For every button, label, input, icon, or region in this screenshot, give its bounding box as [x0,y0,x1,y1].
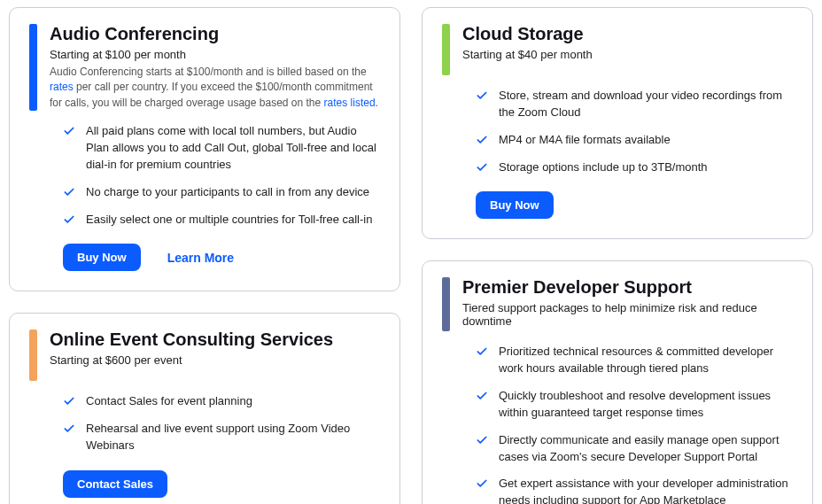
buy-now-button[interactable]: Buy Now [476,191,554,219]
feature-text: Easily select one or multiple countries … [86,213,372,226]
card-header: Cloud Storage Starting at $40 per month [442,24,793,75]
card-actions: Buy Now [476,191,793,219]
card-title: Audio Conferencing [50,24,380,44]
card-header: Online Event Consulting Services Startin… [29,330,380,381]
check-icon [476,89,488,102]
feature-item: Easily select one or multiple countries … [63,212,380,229]
feature-item: No charge to your participants to call i… [63,184,380,201]
check-icon [476,134,488,146]
accent-bar [29,330,37,381]
card-subtitle: Starting at $100 per month [50,48,380,61]
accent-bar [442,277,450,331]
feature-text: Store, stream and download your video re… [499,89,782,119]
check-icon [63,395,75,407]
feature-text: Rehearsal and live event support using Z… [86,422,350,452]
buy-now-button[interactable]: Buy Now [63,244,141,271]
feature-text: Directly communicate and easily manage o… [499,433,779,463]
header-text: Premier Developer Support Tiered support… [462,277,793,331]
feature-list: Prioritized technical resources & commit… [476,344,793,504]
feature-item: MP4 or M4A file formats available [476,132,793,149]
rates-link[interactable]: rates [50,81,74,93]
check-icon [476,345,488,358]
check-icon [476,161,488,174]
card-title: Online Event Consulting Services [50,330,380,350]
feature-item: Contact Sales for event planning [63,393,380,410]
feature-text: Get expert assistance with your develope… [499,477,788,504]
cloud-storage-card: Cloud Storage Starting at $40 per month … [422,7,813,239]
premier-developer-support-card: Premier Developer Support Tiered support… [422,260,813,504]
learn-more-link[interactable]: Learn More [167,251,234,265]
audio-conferencing-card: Audio Conferencing Starting at $100 per … [9,7,400,291]
rates-listed-link[interactable]: rates listed [324,97,376,109]
feature-item: Rehearsal and live event support using Z… [63,421,380,454]
feature-text: Quickly troubleshoot and resolve develop… [499,389,771,419]
right-column: Cloud Storage Starting at $40 per month … [422,7,813,504]
card-subtitle: Starting at $40 per month [462,48,793,61]
header-text: Audio Conferencing Starting at $100 per … [50,24,380,111]
check-icon [63,213,75,226]
contact-sales-button[interactable]: Contact Sales [63,470,167,498]
online-event-consulting-card: Online Event Consulting Services Startin… [9,313,400,504]
feature-item: Store, stream and download your video re… [476,88,793,121]
pricing-addons-grid: Audio Conferencing Starting at $100 per … [9,7,813,504]
feature-list: All paid plans come with local toll numb… [63,123,380,228]
accent-bar [29,24,37,111]
check-icon [476,477,488,490]
card-actions: Buy Now Learn More [63,244,380,271]
card-description: Audio Conferencing starts at $100/month … [50,65,380,111]
accent-bar [442,24,450,75]
feature-item: Prioritized technical resources & commit… [476,344,793,377]
feature-list: Store, stream and download your video re… [476,88,793,175]
card-title: Premier Developer Support [462,277,793,298]
desc-text: . [376,97,378,109]
left-column: Audio Conferencing Starting at $100 per … [9,7,400,504]
card-actions: Contact Sales [63,470,380,498]
header-text: Cloud Storage Starting at $40 per month [462,24,793,65]
desc-text: Audio Conferencing starts at $100/month … [50,66,367,78]
feature-text: Prioritized technical resources & commit… [499,345,773,375]
feature-text: All paid plans come with local toll numb… [86,124,376,171]
card-header: Premier Developer Support Tiered support… [442,277,793,331]
feature-list: Contact Sales for event planning Rehears… [63,393,380,454]
feature-item: Directly communicate and easily manage o… [476,432,793,466]
feature-item: Get expert assistance with your develope… [476,476,793,504]
feature-text: Contact Sales for event planning [86,394,252,407]
feature-item: All paid plans come with local toll numb… [63,123,380,174]
feature-text: MP4 or M4A file formats available [499,133,671,146]
feature-text: Storage options include up to 3TB/month [499,160,708,174]
check-icon [63,423,75,435]
check-icon [63,186,75,198]
check-icon [63,125,75,137]
card-title: Cloud Storage [462,24,793,44]
card-subtitle: Starting at $600 per event [50,353,380,367]
card-subtitle: Tiered support packages to help minimize… [462,301,793,328]
check-icon [476,434,488,446]
feature-item: Quickly troubleshoot and resolve develop… [476,388,793,422]
header-text: Online Event Consulting Services Startin… [50,330,380,370]
card-header: Audio Conferencing Starting at $100 per … [29,24,380,111]
feature-item: Storage options include up to 3TB/month [476,159,793,176]
check-icon [476,390,488,402]
feature-text: No charge to your participants to call i… [86,185,369,198]
